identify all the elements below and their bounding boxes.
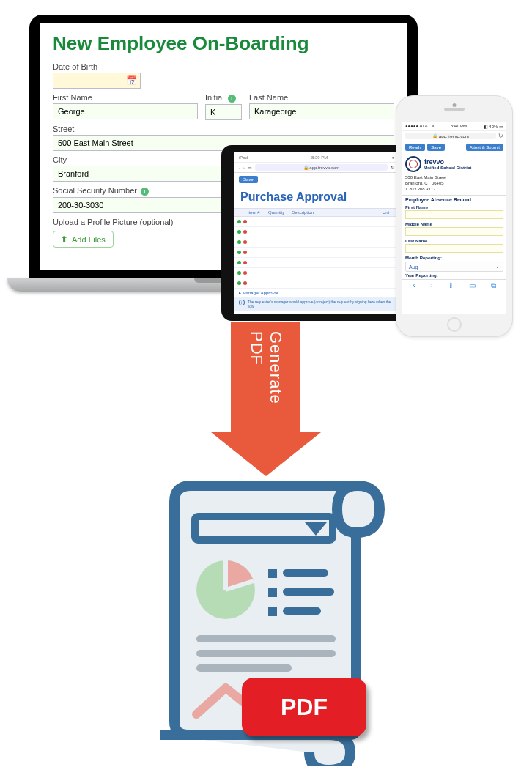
add-icon[interactable]: [237, 220, 241, 223]
tablet-screen: iPad8:39 PM● ‹ › ▭ 🔒 app.frevvo.com ↻ Sa…: [234, 152, 399, 314]
tablet-statusbar: iPad8:39 PM●: [234, 152, 399, 163]
dob-label: Date of Birth: [53, 62, 394, 71]
url-text[interactable]: 🔒 app.frevvo.com: [255, 164, 388, 171]
purchase-approval-title: Purchase Approval: [234, 186, 399, 208]
back-icon[interactable]: ‹: [239, 166, 240, 170]
pdf-badge: PDF: [242, 678, 366, 736]
table-row[interactable]: [234, 237, 399, 248]
info-icon[interactable]: i: [141, 188, 149, 196]
add-icon[interactable]: [237, 261, 241, 264]
url-text[interactable]: 🔒 app.frevvo.com: [405, 133, 496, 139]
svg-rect-6: [268, 607, 277, 616]
add-icon[interactable]: [237, 271, 241, 275]
pdf-document-illustration: PDF: [130, 480, 402, 766]
table-row[interactable]: [234, 248, 399, 258]
attest-submit-button[interactable]: Attest & Submit: [466, 144, 503, 151]
add-icon[interactable]: [237, 281, 241, 285]
table-row[interactable]: [234, 227, 399, 237]
last-name-field: Last Name Karageorge: [249, 93, 394, 120]
first-name-label: First Name: [53, 93, 198, 102]
onboarding-title: New Employee On-Boarding: [53, 32, 394, 55]
add-icon[interactable]: [237, 230, 241, 234]
generate-pdf-arrow: Generate PDF: [231, 322, 300, 476]
calendar-icon[interactable]: 📅: [126, 75, 137, 86]
chevron-down-icon: ⌄: [495, 264, 500, 270]
forward-icon[interactable]: ›: [430, 281, 432, 290]
info-icon[interactable]: i: [228, 95, 236, 103]
reload-icon[interactable]: ↻: [391, 165, 394, 170]
middle-name-field: Middle Name: [402, 221, 506, 237]
svg-rect-5: [283, 588, 334, 596]
first-name-input[interactable]: [405, 210, 503, 219]
svg-rect-4: [268, 588, 277, 597]
initial-label: Initial i: [205, 93, 242, 103]
svg-rect-10: [196, 664, 292, 672]
safari-footer: ‹ › ⇪ ▭ ⧉: [402, 279, 506, 292]
remove-icon[interactable]: [243, 251, 247, 254]
table-row[interactable]: [234, 217, 399, 227]
org-header: frevvo Unified School District: [402, 153, 506, 175]
last-name-field: Last Name: [402, 237, 506, 254]
initial-input[interactable]: K: [205, 104, 242, 120]
year-field: Year Reporting:: [402, 273, 506, 279]
table-row[interactable]: [234, 268, 399, 278]
first-name-field: First Name: [402, 204, 506, 221]
save-button[interactable]: Save: [427, 144, 445, 151]
phone-screen: ●●●●● AT&T ≈ 8:41 PM ◧ 42% ▭ 🔒 app.frevv…: [402, 122, 506, 314]
initial-field: Initial i K: [205, 93, 242, 120]
ready-button[interactable]: Ready: [405, 144, 425, 151]
remove-icon[interactable]: [243, 240, 247, 244]
tablet-toolbar: Save: [234, 173, 399, 186]
add-icon[interactable]: [237, 251, 241, 254]
dob-input[interactable]: 📅: [53, 73, 141, 89]
table-row[interactable]: [234, 258, 399, 268]
last-name-label: Last Name: [249, 93, 394, 102]
last-name-input[interactable]: Karageorge: [249, 103, 394, 119]
middle-name-input[interactable]: [405, 227, 503, 236]
phone-urlbar: 🔒 app.frevvo.com ↻: [402, 131, 506, 141]
last-name-input[interactable]: [405, 244, 503, 253]
home-button[interactable]: [447, 317, 462, 332]
org-subtitle: Unified School District: [424, 166, 471, 170]
dob-field: Date of Birth 📅: [53, 62, 394, 89]
upload-icon: ⬆: [61, 234, 67, 244]
save-button[interactable]: Save: [239, 176, 258, 183]
share-icon[interactable]: ⇪: [448, 281, 454, 290]
street-label: Street: [53, 125, 394, 133]
month-field: Month Reporting:: [402, 254, 506, 260]
forward-icon[interactable]: ›: [243, 166, 245, 170]
pa-table-header: Item #QuantityDescriptionUni: [234, 208, 399, 217]
approval-note: iThe requester's manager would approve (…: [234, 297, 399, 311]
section-title: Employee Absence Record: [402, 195, 506, 204]
seal-icon: [405, 156, 421, 172]
svg-rect-9: [196, 650, 336, 657]
book-icon[interactable]: ▭: [248, 165, 252, 170]
remove-icon[interactable]: [243, 281, 247, 285]
remove-icon[interactable]: [243, 271, 247, 275]
org-address: 500 East Main StreetBranford, CT 064051.…: [402, 175, 506, 195]
phone-device: ●●●●● AT&T ≈ 8:41 PM ◧ 42% ▭ 🔒 app.frevv…: [396, 95, 513, 337]
remove-icon[interactable]: [243, 230, 247, 234]
svg-rect-7: [283, 607, 321, 615]
svg-rect-8: [196, 635, 336, 642]
table-row[interactable]: [234, 278, 399, 289]
tabs-icon[interactable]: ⧉: [491, 281, 496, 290]
bookmarks-icon[interactable]: ▭: [469, 281, 476, 290]
phone-statusbar: ●●●●● AT&T ≈ 8:41 PM ◧ 42% ▭: [402, 122, 506, 131]
arrow-label: Generate PDF: [247, 331, 285, 432]
add-files-button[interactable]: ⬆ Add Files: [53, 231, 114, 248]
tablet-urlbar: ‹ › ▭ 🔒 app.frevvo.com ↻: [234, 163, 399, 173]
phone-toolbar: Ready Save Attest & Submit: [402, 141, 506, 153]
remove-icon[interactable]: [243, 261, 247, 264]
first-name-field: First Name George: [53, 93, 198, 120]
first-name-input[interactable]: George: [53, 103, 198, 119]
back-icon[interactable]: ‹: [413, 281, 415, 290]
manager-approval-section[interactable]: ▸ Manager Approval: [234, 289, 399, 297]
add-files-label: Add Files: [72, 235, 106, 244]
tablet-device: iPad8:39 PM● ‹ › ▭ 🔒 app.frevvo.com ↻ Sa…: [221, 145, 412, 321]
reload-icon[interactable]: ↻: [498, 133, 503, 139]
month-select[interactable]: Aug⌄: [405, 262, 503, 272]
svg-rect-2: [268, 569, 277, 578]
add-icon[interactable]: [237, 240, 241, 244]
remove-icon[interactable]: [243, 220, 247, 223]
